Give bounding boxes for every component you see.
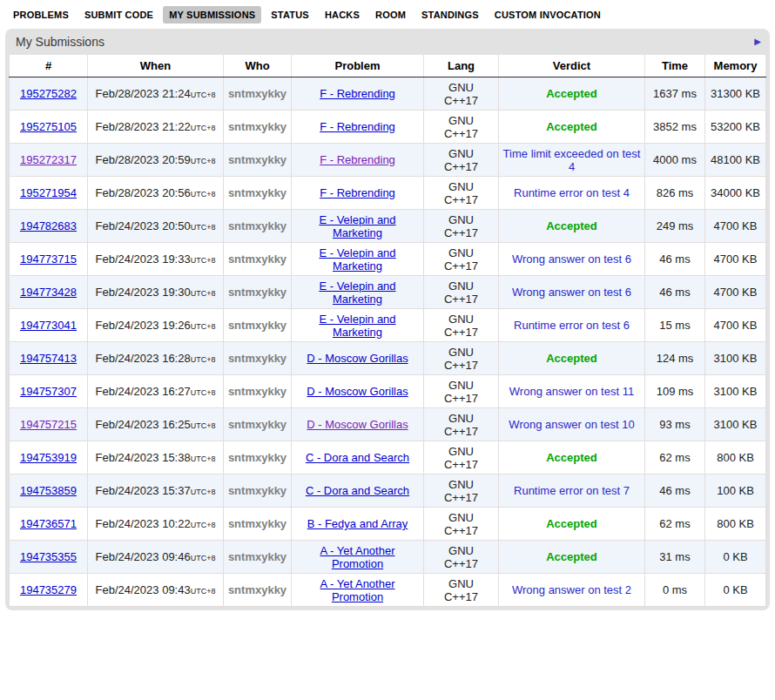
submission-id-link[interactable]: 195275282 xyxy=(20,87,77,100)
submission-id-link[interactable]: 194782683 xyxy=(20,219,77,232)
submission-time: 21:24 xyxy=(162,87,191,100)
submission-id-cell: 194757307 xyxy=(10,375,88,408)
verdict-label: Wrong answer on test 10 xyxy=(509,418,634,431)
memory-value: 0 KB xyxy=(723,583,747,596)
submission-id-link[interactable]: 194735279 xyxy=(20,583,77,596)
verdict-label: Accepted xyxy=(546,517,597,530)
problem-link[interactable]: F - Rebrending xyxy=(320,120,395,133)
problem-link[interactable]: D - Moscow Gorillas xyxy=(307,385,408,398)
submission-problem-cell: E - Velepin and Marketing xyxy=(292,276,424,309)
nav-item-hacks[interactable]: HACKS xyxy=(319,6,366,24)
submitter-handle[interactable]: sntmxykky xyxy=(228,319,286,332)
submission-id-link[interactable]: 194773715 xyxy=(20,252,77,266)
header-who: Who xyxy=(224,55,292,77)
submission-id-link[interactable]: 194757307 xyxy=(20,385,77,398)
header-memory: Memory xyxy=(705,55,766,77)
submitter-handle[interactable]: sntmxykky xyxy=(228,153,286,166)
submitter-handle[interactable]: sntmxykky xyxy=(228,286,286,299)
submission-when-cell: Feb/28/2023 20:59UTC+8 xyxy=(88,144,224,177)
problem-link[interactable]: E - Velepin and Marketing xyxy=(319,313,395,339)
submission-verdict-cell: Accepted xyxy=(499,77,645,111)
problem-link[interactable]: E - Velepin and Marketing xyxy=(319,213,395,239)
submission-who-cell: sntmxykky xyxy=(224,243,292,276)
submission-time-cell: 62 ms xyxy=(645,441,705,475)
submission-memory-cell: 31300 KB xyxy=(705,77,766,111)
nav-item-standings[interactable]: STANDINGS xyxy=(415,6,485,24)
nav-item-status[interactable]: STATUS xyxy=(265,6,315,24)
problem-link[interactable]: E - Velepin and Marketing xyxy=(319,279,395,306)
memory-value: 4700 KB xyxy=(714,252,758,266)
nav-item-submit-code[interactable]: SUBMIT CODE xyxy=(78,6,159,24)
expand-arrow-icon[interactable]: ▶ xyxy=(754,37,761,46)
submission-problem-cell: F - Rebrending xyxy=(292,111,424,144)
problem-link[interactable]: C - Dora and Search xyxy=(306,484,409,497)
submission-who-cell: sntmxykky xyxy=(224,541,292,574)
submitter-handle[interactable]: sntmxykky xyxy=(228,451,286,464)
submission-when-cell: Feb/24/2023 19:30UTC+8 xyxy=(88,276,224,309)
submitter-handle[interactable]: sntmxykky xyxy=(228,186,286,199)
language-label: GNU C++17 xyxy=(439,114,484,140)
verdict-label: Runtime error on test 7 xyxy=(514,484,630,497)
nav-item-custom-invocation[interactable]: CUSTOM INVOCATION xyxy=(489,6,607,24)
submission-id-link[interactable]: 194757413 xyxy=(20,352,77,365)
nav-item-problems[interactable]: PROBLEMS xyxy=(7,6,75,24)
submission-who-cell: sntmxykky xyxy=(224,375,292,408)
submission-id-link[interactable]: 194757215 xyxy=(20,418,77,431)
submission-lang-cell: GNU C++17 xyxy=(424,210,499,243)
submission-memory-cell: 4700 KB xyxy=(705,210,766,243)
table-row: 194757307 Feb/24/2023 16:27UTC+8 sntmxyk… xyxy=(10,375,766,408)
language-label: GNU C++17 xyxy=(439,478,484,504)
problem-link[interactable]: D - Moscow Gorillas xyxy=(307,418,408,431)
verdict-label: Accepted xyxy=(546,219,597,232)
submission-lang-cell: GNU C++17 xyxy=(424,243,499,276)
problem-link[interactable]: F - Rebrending xyxy=(320,153,395,166)
nav-item-room[interactable]: ROOM xyxy=(369,6,412,24)
problem-link[interactable]: A - Yet Another Promotion xyxy=(320,577,394,603)
submission-time-cell: 31 ms xyxy=(645,541,705,574)
nav-item-my-submissions[interactable]: MY SUBMISSIONS xyxy=(163,6,261,24)
submission-id-link[interactable]: 195275105 xyxy=(20,120,77,133)
header-time: Time xyxy=(645,55,705,77)
submission-verdict-cell: Wrong answer on test 2 xyxy=(499,574,645,607)
submission-who-cell: sntmxykky xyxy=(224,77,292,111)
submitter-handle[interactable]: sntmxykky xyxy=(228,120,286,133)
submitter-handle[interactable]: sntmxykky xyxy=(228,385,286,398)
submitter-handle[interactable]: sntmxykky xyxy=(228,484,286,497)
submitter-handle[interactable]: sntmxykky xyxy=(228,352,286,365)
submission-id-link[interactable]: 194753859 xyxy=(20,484,77,497)
submission-id-link[interactable]: 194735355 xyxy=(20,550,77,563)
submission-time: 09:43 xyxy=(162,583,191,596)
submitter-handle[interactable]: sntmxykky xyxy=(228,517,286,530)
submitter-handle[interactable]: sntmxykky xyxy=(228,87,286,100)
table-row: 194735355 Feb/24/2023 09:46UTC+8 sntmxyk… xyxy=(10,541,766,574)
submission-id-link[interactable]: 194773041 xyxy=(20,319,77,332)
submission-memory-cell: 4700 KB xyxy=(705,309,766,342)
submitter-handle[interactable]: sntmxykky xyxy=(228,252,286,266)
problem-link[interactable]: E - Velepin and Marketing xyxy=(319,246,395,273)
header-lang: Lang xyxy=(424,55,499,77)
problem-link[interactable]: D - Moscow Gorillas xyxy=(307,352,408,365)
submitter-handle[interactable]: sntmxykky xyxy=(228,583,286,596)
submitter-handle[interactable]: sntmxykky xyxy=(228,550,286,563)
submission-id-link[interactable]: 195271954 xyxy=(20,186,77,199)
submitter-handle[interactable]: sntmxykky xyxy=(228,219,286,232)
submitter-handle[interactable]: sntmxykky xyxy=(228,418,286,431)
problem-link[interactable]: F - Rebrending xyxy=(320,186,395,199)
submission-who-cell: sntmxykky xyxy=(224,574,292,607)
submission-memory-cell: 3100 KB xyxy=(705,375,766,408)
problem-link[interactable]: B - Fedya and Array xyxy=(307,517,408,530)
problem-link[interactable]: C - Dora and Search xyxy=(306,451,409,464)
submission-id-link[interactable]: 194773428 xyxy=(20,286,77,299)
submission-time: 21:22 xyxy=(162,120,191,133)
submission-id-link[interactable]: 194753919 xyxy=(20,451,77,464)
submission-memory-cell: 3100 KB xyxy=(705,342,766,375)
submission-date: Feb/28/2023 xyxy=(96,87,159,100)
submission-id-link[interactable]: 195272317 xyxy=(20,153,77,166)
timezone-label: UTC+8 xyxy=(191,355,216,364)
submission-verdict-cell: Accepted xyxy=(499,342,645,375)
submission-id-cell: 194735355 xyxy=(10,541,88,574)
problem-link[interactable]: A - Yet Another Promotion xyxy=(320,544,394,570)
problem-link[interactable]: F - Rebrending xyxy=(320,87,395,100)
submission-id-link[interactable]: 194736571 xyxy=(20,517,77,530)
top-nav: PROBLEMSSUBMIT CODEMY SUBMISSIONSSTATUSH… xyxy=(0,0,775,27)
